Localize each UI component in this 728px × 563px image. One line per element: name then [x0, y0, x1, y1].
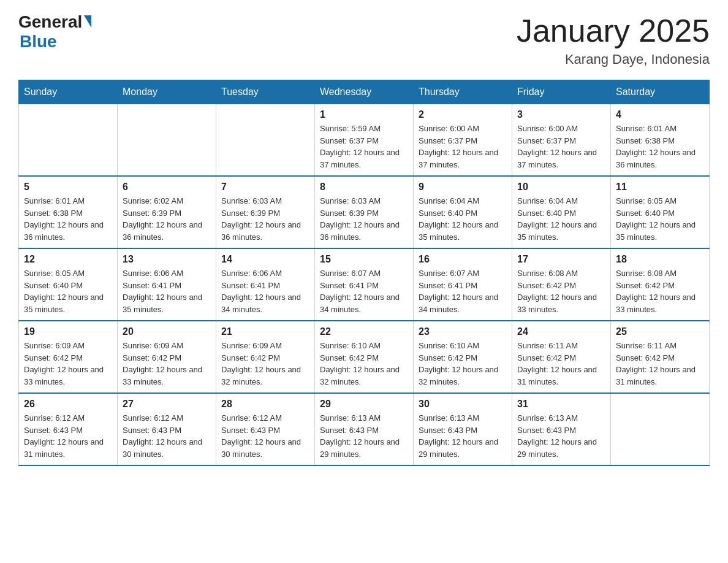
day-number: 27 — [123, 399, 211, 410]
calendar-cell: 18Sunrise: 6:08 AM Sunset: 6:42 PM Dayli… — [611, 248, 710, 321]
day-info: Sunrise: 6:01 AM Sunset: 6:38 PM Dayligh… — [616, 123, 704, 170]
day-number: 11 — [616, 182, 704, 193]
calendar-week-row: 1Sunrise: 5:59 AM Sunset: 6:37 PM Daylig… — [19, 104, 710, 177]
calendar-cell: 7Sunrise: 6:03 AM Sunset: 6:39 PM Daylig… — [216, 176, 315, 248]
calendar-cell: 27Sunrise: 6:12 AM Sunset: 6:43 PM Dayli… — [118, 393, 216, 465]
day-info: Sunrise: 6:12 AM Sunset: 6:43 PM Dayligh… — [221, 412, 309, 460]
day-number: 10 — [517, 182, 605, 193]
month-title: January 2025 — [517, 12, 710, 49]
day-number: 13 — [123, 254, 211, 265]
calendar-cell: 2Sunrise: 6:00 AM Sunset: 6:37 PM Daylig… — [414, 104, 512, 177]
day-info: Sunrise: 6:05 AM Sunset: 6:40 PM Dayligh… — [616, 195, 704, 243]
day-of-week-saturday: Saturday — [611, 80, 710, 104]
calendar-cell: 16Sunrise: 6:07 AM Sunset: 6:41 PM Dayli… — [414, 248, 512, 321]
calendar-cell: 12Sunrise: 6:05 AM Sunset: 6:40 PM Dayli… — [19, 248, 118, 321]
calendar-table: SundayMondayTuesdayWednesdayThursdayFrid… — [18, 80, 710, 466]
calendar-cell: 13Sunrise: 6:06 AM Sunset: 6:41 PM Dayli… — [118, 248, 216, 321]
day-info: Sunrise: 6:11 AM Sunset: 6:42 PM Dayligh… — [517, 340, 605, 388]
calendar-cell: 28Sunrise: 6:12 AM Sunset: 6:43 PM Dayli… — [216, 393, 315, 465]
day-number: 7 — [221, 182, 309, 193]
calendar-cell: 8Sunrise: 6:03 AM Sunset: 6:39 PM Daylig… — [315, 176, 414, 248]
calendar-cell — [19, 104, 118, 177]
day-info: Sunrise: 6:05 AM Sunset: 6:40 PM Dayligh… — [24, 267, 112, 315]
calendar-body: 1Sunrise: 5:59 AM Sunset: 6:37 PM Daylig… — [19, 104, 710, 466]
day-number: 18 — [616, 254, 704, 265]
day-of-week-friday: Friday — [512, 80, 611, 104]
logo-triangle-icon — [84, 15, 91, 28]
calendar-cell: 11Sunrise: 6:05 AM Sunset: 6:40 PM Dayli… — [611, 176, 710, 248]
calendar-cell: 17Sunrise: 6:08 AM Sunset: 6:42 PM Dayli… — [512, 248, 611, 321]
day-number: 12 — [24, 254, 112, 265]
calendar-cell: 5Sunrise: 6:01 AM Sunset: 6:38 PM Daylig… — [19, 176, 118, 248]
calendar-cell: 14Sunrise: 6:06 AM Sunset: 6:41 PM Dayli… — [216, 248, 315, 321]
calendar-cell: 15Sunrise: 6:07 AM Sunset: 6:41 PM Dayli… — [315, 248, 414, 321]
day-info: Sunrise: 6:08 AM Sunset: 6:42 PM Dayligh… — [517, 267, 605, 315]
day-info: Sunrise: 6:07 AM Sunset: 6:41 PM Dayligh… — [419, 267, 507, 315]
day-info: Sunrise: 6:01 AM Sunset: 6:38 PM Dayligh… — [24, 195, 112, 243]
day-info: Sunrise: 6:02 AM Sunset: 6:39 PM Dayligh… — [123, 195, 211, 243]
day-info: Sunrise: 6:12 AM Sunset: 6:43 PM Dayligh… — [24, 412, 112, 460]
calendar-cell: 22Sunrise: 6:10 AM Sunset: 6:42 PM Dayli… — [315, 321, 414, 393]
day-number: 3 — [517, 109, 605, 120]
logo-general: General — [18, 12, 91, 32]
day-number: 1 — [320, 109, 408, 120]
calendar-cell: 19Sunrise: 6:09 AM Sunset: 6:42 PM Dayli… — [19, 321, 118, 393]
day-info: Sunrise: 6:12 AM Sunset: 6:43 PM Dayligh… — [123, 412, 211, 460]
calendar-week-row: 5Sunrise: 6:01 AM Sunset: 6:38 PM Daylig… — [19, 176, 710, 248]
calendar-cell: 29Sunrise: 6:13 AM Sunset: 6:43 PM Dayli… — [315, 393, 414, 465]
day-number: 29 — [320, 399, 408, 410]
day-info: Sunrise: 6:00 AM Sunset: 6:37 PM Dayligh… — [419, 123, 507, 170]
calendar-cell: 24Sunrise: 6:11 AM Sunset: 6:42 PM Dayli… — [512, 321, 611, 393]
calendar-cell: 26Sunrise: 6:12 AM Sunset: 6:43 PM Dayli… — [19, 393, 118, 465]
day-number: 19 — [24, 326, 112, 337]
day-info: Sunrise: 6:07 AM Sunset: 6:41 PM Dayligh… — [320, 267, 408, 315]
day-info: Sunrise: 6:04 AM Sunset: 6:40 PM Dayligh… — [517, 195, 605, 243]
day-number: 23 — [419, 326, 507, 337]
calendar-cell: 1Sunrise: 5:59 AM Sunset: 6:37 PM Daylig… — [315, 104, 414, 177]
day-info: Sunrise: 6:06 AM Sunset: 6:41 PM Dayligh… — [123, 267, 211, 315]
calendar-cell: 30Sunrise: 6:13 AM Sunset: 6:43 PM Dayli… — [414, 393, 512, 465]
day-info: Sunrise: 6:09 AM Sunset: 6:42 PM Dayligh… — [24, 340, 112, 388]
day-info: Sunrise: 6:09 AM Sunset: 6:42 PM Dayligh… — [123, 340, 211, 388]
day-info: Sunrise: 6:10 AM Sunset: 6:42 PM Dayligh… — [419, 340, 507, 388]
day-of-week-sunday: Sunday — [19, 80, 118, 104]
day-info: Sunrise: 6:13 AM Sunset: 6:43 PM Dayligh… — [320, 412, 408, 460]
day-of-week-monday: Monday — [118, 80, 216, 104]
location-title: Karang Daye, Indonesia — [517, 52, 710, 67]
day-number: 30 — [419, 399, 507, 410]
calendar-cell — [216, 104, 315, 177]
calendar-cell: 20Sunrise: 6:09 AM Sunset: 6:42 PM Dayli… — [118, 321, 216, 393]
day-number: 24 — [517, 326, 605, 337]
day-number: 6 — [123, 182, 211, 193]
calendar-week-row: 26Sunrise: 6:12 AM Sunset: 6:43 PM Dayli… — [19, 393, 710, 465]
calendar-cell — [611, 393, 710, 465]
calendar-cell: 10Sunrise: 6:04 AM Sunset: 6:40 PM Dayli… — [512, 176, 611, 248]
day-info: Sunrise: 6:03 AM Sunset: 6:39 PM Dayligh… — [221, 195, 309, 243]
calendar-cell: 6Sunrise: 6:02 AM Sunset: 6:39 PM Daylig… — [118, 176, 216, 248]
logo-general-text: General — [18, 12, 82, 32]
calendar-cell — [118, 104, 216, 177]
day-number: 5 — [24, 182, 112, 193]
day-info: Sunrise: 6:08 AM Sunset: 6:42 PM Dayligh… — [616, 267, 704, 315]
header: General Blue January 2025 Karang Daye, I… — [18, 12, 710, 67]
calendar-cell: 3Sunrise: 6:00 AM Sunset: 6:37 PM Daylig… — [512, 104, 611, 177]
day-info: Sunrise: 6:00 AM Sunset: 6:37 PM Dayligh… — [517, 123, 605, 170]
day-info: Sunrise: 6:03 AM Sunset: 6:39 PM Dayligh… — [320, 195, 408, 243]
day-number: 2 — [419, 109, 507, 120]
logo-blue-text: Blue — [18, 32, 57, 52]
calendar-cell: 9Sunrise: 6:04 AM Sunset: 6:40 PM Daylig… — [414, 176, 512, 248]
day-number: 25 — [616, 326, 704, 337]
day-number: 26 — [24, 399, 112, 410]
calendar-cell: 23Sunrise: 6:10 AM Sunset: 6:42 PM Dayli… — [414, 321, 512, 393]
calendar-cell: 4Sunrise: 6:01 AM Sunset: 6:38 PM Daylig… — [611, 104, 710, 177]
logo: General Blue — [18, 12, 91, 52]
day-number: 20 — [123, 326, 211, 337]
day-number: 8 — [320, 182, 408, 193]
day-info: Sunrise: 6:09 AM Sunset: 6:42 PM Dayligh… — [221, 340, 309, 388]
calendar-week-row: 12Sunrise: 6:05 AM Sunset: 6:40 PM Dayli… — [19, 248, 710, 321]
day-info: Sunrise: 6:04 AM Sunset: 6:40 PM Dayligh… — [419, 195, 507, 243]
day-of-week-thursday: Thursday — [414, 80, 512, 104]
day-number: 22 — [320, 326, 408, 337]
day-of-week-wednesday: Wednesday — [315, 80, 414, 104]
day-number: 15 — [320, 254, 408, 265]
